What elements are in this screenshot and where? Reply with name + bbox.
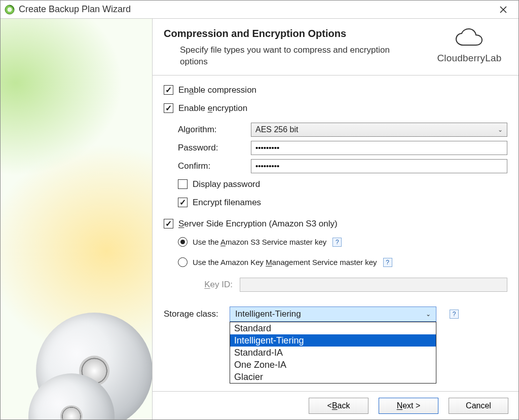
- close-button[interactable]: [492, 2, 514, 18]
- storage-class-value: Intelligent-Tiering: [235, 309, 301, 319]
- storage-option-one-zone-ia[interactable]: One Zone-IA: [230, 359, 436, 371]
- enable-encryption-label: Enable encryption: [178, 103, 247, 113]
- page-subtitle: Specify file types you want to compress …: [164, 45, 397, 68]
- brand-name: CloudberryLab: [431, 53, 507, 64]
- encrypt-filenames-checkbox[interactable]: Encrypt filenames: [178, 198, 261, 208]
- page-header: Compression and Encryption Options Speci…: [153, 19, 518, 75]
- radio-icon: [178, 237, 188, 247]
- password-label: Password:: [178, 143, 244, 153]
- sse-master-label: Use the Amazon S3 Service master key: [193, 238, 326, 246]
- storage-class-dropdown: Standard Intelligent-Tiering Standard-IA…: [230, 322, 436, 384]
- key-id-label: Key ID:: [192, 280, 233, 290]
- password-row: Password:: [164, 140, 507, 156]
- storage-option-intelligent-tiering[interactable]: Intelligent-Tiering: [230, 334, 436, 347]
- window-title: Create Backup Plan Wizard: [19, 4, 492, 15]
- storage-class-combo[interactable]: Intelligent-Tiering ⌄ Standard Intellige…: [230, 307, 436, 322]
- storage-option-standard-ia[interactable]: Standard-IA: [230, 347, 436, 359]
- sse-kms-label: Use the Amazon Key Management Service ma…: [193, 258, 377, 266]
- confirm-row: Confirm:: [164, 159, 507, 174]
- storage-option-standard[interactable]: Standard: [230, 322, 436, 334]
- confirm-label: Confirm:: [178, 161, 244, 171]
- help-icon[interactable]: ?: [332, 238, 342, 247]
- titlebar: Create Backup Plan Wizard: [1, 1, 518, 19]
- storage-option-glacier[interactable]: Glacier: [230, 371, 436, 383]
- encrypt-filenames-label: Encrypt filenames: [193, 198, 261, 208]
- storage-class-display[interactable]: Intelligent-Tiering ⌄: [230, 307, 436, 322]
- checkbox-icon: [178, 179, 188, 189]
- wizard-sidebar-graphic: [1, 19, 153, 419]
- confirm-input[interactable]: [251, 159, 507, 173]
- display-password-checkbox[interactable]: Display password: [178, 179, 260, 189]
- enable-compression-label: Enable compression: [178, 85, 256, 95]
- algorithm-row: Algorithm: AES 256 bit ⌄: [164, 122, 507, 137]
- checkbox-icon: [164, 85, 173, 95]
- wizard-window: Create Backup Plan Wizard Compression an…: [0, 0, 519, 420]
- chevron-down-icon: ⌄: [426, 311, 431, 318]
- key-id-input: [240, 278, 507, 292]
- algorithm-label: Algorithm:: [178, 125, 244, 135]
- cancel-button[interactable]: Cancel: [449, 398, 508, 414]
- storage-row: Storage class: Intelligent-Tiering ⌄ Sta…: [164, 307, 507, 322]
- wizard-body: Compression and Encryption Options Speci…: [1, 19, 518, 419]
- form-area: Enable compression Enable encryption Alg…: [153, 75, 518, 391]
- app-icon: [5, 5, 15, 15]
- algorithm-value: AES 256 bit: [255, 125, 299, 134]
- chevron-down-icon: ⌄: [498, 126, 503, 133]
- help-icon[interactable]: ?: [383, 258, 392, 267]
- storage-class-label: Storage class:: [164, 309, 223, 319]
- cloud-icon: [431, 28, 507, 52]
- checkbox-icon: [178, 198, 188, 207]
- close-icon: [500, 6, 507, 13]
- brand-block: CloudberryLab: [431, 28, 507, 64]
- back-button[interactable]: < Back: [309, 398, 368, 414]
- enable-encryption-checkbox[interactable]: Enable encryption: [164, 103, 247, 113]
- svg-point-1: [8, 7, 12, 12]
- radio-icon: [178, 257, 188, 267]
- display-password-label: Display password: [193, 179, 260, 189]
- help-icon[interactable]: ?: [450, 310, 459, 319]
- sse-checkbox[interactable]: Server Side Encryption (Amazon S3 only): [164, 219, 338, 229]
- wizard-footer: < Back Next > Cancel: [153, 391, 518, 419]
- sse-master-radio[interactable]: Use the Amazon S3 Service master key: [178, 237, 326, 247]
- checkbox-icon: [164, 103, 173, 113]
- sse-kms-radio[interactable]: Use the Amazon Key Management Service ma…: [178, 257, 377, 267]
- next-button[interactable]: Next >: [379, 398, 438, 414]
- enable-compression-checkbox[interactable]: Enable compression: [164, 85, 256, 95]
- checkbox-icon: [164, 219, 173, 228]
- password-input[interactable]: [251, 141, 507, 155]
- algorithm-select[interactable]: AES 256 bit ⌄: [251, 123, 507, 137]
- page-title: Compression and Encryption Options: [164, 28, 423, 40]
- sse-label: Server Side Encryption (Amazon S3 only): [178, 219, 338, 229]
- wizard-content: Compression and Encryption Options Speci…: [153, 19, 518, 419]
